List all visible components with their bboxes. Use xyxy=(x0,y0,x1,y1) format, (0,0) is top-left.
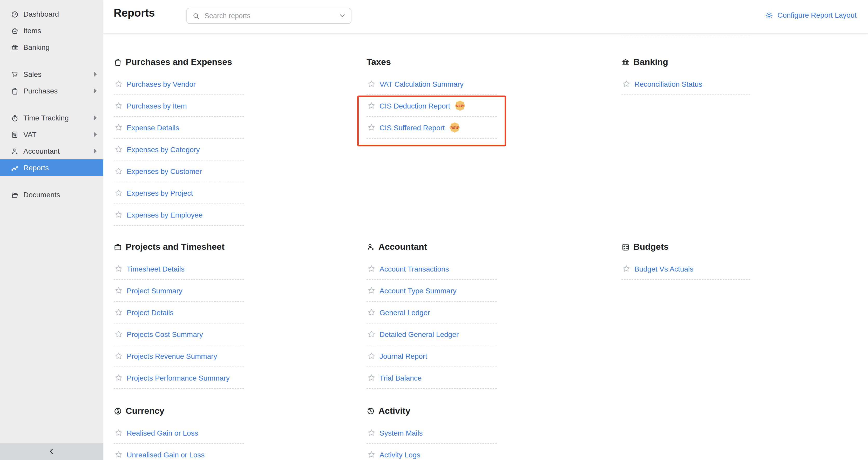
report-link-account-type-summary[interactable]: Account Type Summary xyxy=(379,286,457,295)
report-link-purchases-by-vendor[interactable]: Purchases by Vendor xyxy=(127,80,196,88)
sidebar-item-vat[interactable]: VAT xyxy=(0,126,103,143)
report-link-vat-calculation-summary[interactable]: VAT Calculation Summary xyxy=(379,80,464,88)
sidebar-item-time-tracking[interactable]: Time Tracking xyxy=(0,110,103,126)
favorite-star-icon xyxy=(115,429,123,437)
report-link-project-summary[interactable]: Project Summary xyxy=(127,286,183,295)
reports-page: DashboardItemsBankingSalesPurchasesTime … xyxy=(0,0,868,460)
sidebar-item-dashboard[interactable]: Dashboard xyxy=(0,6,103,22)
report-link-cis-suffered-report[interactable]: CIS Suffered Report xyxy=(379,123,445,132)
favorite-star-button[interactable] xyxy=(368,286,375,295)
sidebar-nav: DashboardItemsBankingSalesPurchasesTime … xyxy=(0,0,103,203)
report-link-system-mails[interactable]: System Mails xyxy=(379,429,423,437)
sidebar-item-accountant[interactable]: Accountant xyxy=(0,143,103,159)
sidebar-item-label: Purchases xyxy=(23,87,58,95)
search-input[interactable] xyxy=(204,11,336,20)
section-title-label: Accountant xyxy=(378,242,427,252)
report-link-realised-gain-or-loss[interactable]: Realised Gain or Loss xyxy=(127,429,198,437)
report-link-budget-vs-actuals[interactable]: Budget Vs Actuals xyxy=(634,265,693,273)
favorite-star-button[interactable] xyxy=(115,189,123,197)
report-link-expenses-by-category[interactable]: Expenses by Category xyxy=(127,145,200,153)
cart-icon xyxy=(11,70,19,78)
report-row-purchases-by-vendor: Purchases by Vendor xyxy=(114,73,244,95)
report-row-activity-logs: Activity Logs xyxy=(367,444,497,460)
truncated-row-separator xyxy=(621,37,750,37)
sidebar-item-sales[interactable]: Sales xyxy=(0,66,103,83)
configure-report-layout-button[interactable]: Configure Report Layout xyxy=(766,11,857,19)
chevron-down-icon[interactable] xyxy=(340,14,345,18)
sidebar-item-banking[interactable]: Banking xyxy=(0,39,103,56)
favorite-star-button[interactable] xyxy=(368,374,375,381)
new-badge: NEW xyxy=(455,100,465,111)
report-link-projects-cost-summary[interactable]: Projects Cost Summary xyxy=(127,330,203,338)
report-link-projects-performance-summary[interactable]: Projects Performance Summary xyxy=(127,373,230,382)
sidebar-item-purchases[interactable]: Purchases xyxy=(0,83,103,99)
report-link-general-ledger[interactable]: General Ledger xyxy=(379,308,430,316)
favorite-star-button[interactable] xyxy=(368,429,375,437)
sidebar-item-items[interactable]: Items xyxy=(0,22,103,39)
report-link-journal-report[interactable]: Journal Report xyxy=(379,352,427,360)
report-link-reconciliation-status[interactable]: Reconciliation Status xyxy=(634,80,703,88)
chevron-right-icon xyxy=(94,149,97,154)
favorite-star-button[interactable] xyxy=(368,308,375,316)
favorite-star-button[interactable] xyxy=(368,80,375,88)
sidebar-item-label: VAT xyxy=(23,130,36,139)
favorite-star-icon xyxy=(115,167,123,175)
report-link-detailed-general-ledger[interactable]: Detailed General Ledger xyxy=(379,330,459,338)
favorite-star-button[interactable] xyxy=(622,265,630,273)
report-row-project-details: Project Details xyxy=(114,302,244,324)
report-link-expenses-by-customer[interactable]: Expenses by Customer xyxy=(127,167,202,175)
favorite-star-button[interactable] xyxy=(368,451,375,458)
favorite-star-button[interactable] xyxy=(368,265,375,273)
sidebar-item-label: Dashboard xyxy=(23,10,59,18)
favorite-star-button[interactable] xyxy=(115,308,123,316)
report-link-activity-logs[interactable]: Activity Logs xyxy=(379,450,420,459)
favorite-star-button[interactable] xyxy=(622,80,630,88)
favorite-star-button[interactable] xyxy=(368,102,375,110)
report-link-expense-details[interactable]: Expense Details xyxy=(127,123,179,132)
report-link-expenses-by-employee[interactable]: Expenses by Employee xyxy=(127,211,203,219)
favorite-star-icon xyxy=(622,265,630,273)
report-row-projects-cost-summary: Projects Cost Summary xyxy=(114,324,244,345)
report-link-unrealised-gain-or-loss[interactable]: Unrealised Gain or Loss xyxy=(127,450,205,459)
report-link-timesheet-details[interactable]: Timesheet Details xyxy=(127,265,185,273)
favorite-star-button[interactable] xyxy=(115,102,123,110)
favorite-star-icon xyxy=(115,102,123,110)
report-row-projects-revenue-summary: Projects Revenue Summary xyxy=(114,345,244,367)
report-row-detailed-general-ledger: Detailed General Ledger xyxy=(367,324,497,345)
report-link-purchases-by-item[interactable]: Purchases by Item xyxy=(127,101,187,110)
report-row-expense-details: Expense Details xyxy=(114,117,244,139)
favorite-star-button[interactable] xyxy=(115,352,123,360)
favorite-star-button[interactable] xyxy=(368,330,375,338)
favorite-star-button[interactable] xyxy=(115,167,123,175)
sidebar-item-reports[interactable]: Reports xyxy=(0,159,103,176)
report-row-unrealised-gain-or-loss: Unrealised Gain or Loss xyxy=(114,444,244,460)
favorite-star-button[interactable] xyxy=(368,352,375,360)
gear-icon xyxy=(766,11,773,19)
sidebar-item-documents[interactable]: Documents xyxy=(0,186,103,203)
favorite-star-button[interactable] xyxy=(115,124,123,131)
report-link-trial-balance[interactable]: Trial Balance xyxy=(379,373,422,382)
favorite-star-button[interactable] xyxy=(115,451,123,458)
report-link-projects-revenue-summary[interactable]: Projects Revenue Summary xyxy=(127,352,217,360)
favorite-star-button[interactable] xyxy=(368,124,375,131)
favorite-star-button[interactable] xyxy=(115,80,123,88)
favorite-star-button[interactable] xyxy=(115,374,123,381)
favorite-star-button[interactable] xyxy=(115,286,123,295)
report-link-account-transactions[interactable]: Account Transactions xyxy=(379,265,449,273)
favorite-star-button[interactable] xyxy=(115,429,123,437)
report-search-combobox[interactable] xyxy=(186,8,351,24)
person-star-icon xyxy=(367,243,375,251)
favorite-star-button[interactable] xyxy=(115,145,123,153)
favorite-star-icon xyxy=(115,374,123,381)
favorite-star-icon xyxy=(115,211,123,219)
sidebar-item-label: Time Tracking xyxy=(23,114,69,122)
report-link-project-details[interactable]: Project Details xyxy=(127,308,174,316)
favorite-star-icon xyxy=(368,429,375,437)
favorite-star-button[interactable] xyxy=(115,330,123,338)
sidebar-collapse-button[interactable] xyxy=(0,443,103,460)
favorite-star-button[interactable] xyxy=(115,211,123,219)
report-link-cis-deduction-report[interactable]: CIS Deduction Report xyxy=(379,101,450,110)
report-link-expenses-by-project[interactable]: Expenses by Project xyxy=(127,189,193,197)
section-title-label: Banking xyxy=(633,57,668,67)
favorite-star-button[interactable] xyxy=(115,265,123,273)
